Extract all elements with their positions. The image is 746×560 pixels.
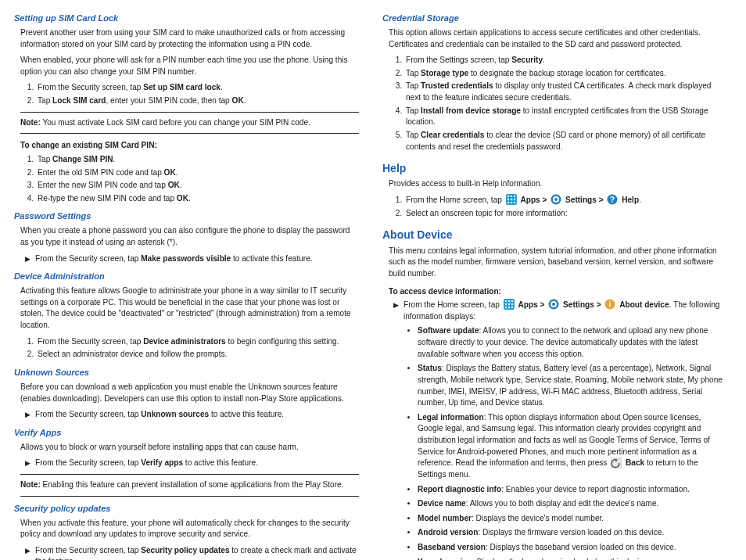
apps-icon	[504, 299, 515, 310]
step: From the Security screen, tap Set up SIM…	[36, 82, 359, 94]
heading-security-policy: Security policy updates	[14, 503, 359, 515]
arrow-step: ▶ From the Security screen, tap Make pas…	[25, 253, 359, 265]
step: Enter the new SIM PIN code and tap OK.	[36, 180, 359, 192]
para: Allows you to block or warn yourself bef…	[20, 442, 359, 454]
steps: From the Security screen, tap Set up SIM…	[25, 82, 359, 106]
gear-icon	[548, 299, 559, 310]
para: Before you can download a web applicatio…	[20, 382, 359, 404]
left-column: Setting up SIM Card Lock Prevent another…	[14, 6, 359, 560]
heading-device-admin: Device Administration	[14, 271, 359, 283]
step: Tap Trusted credentials to display only …	[404, 81, 727, 103]
arrow-icon: ▶	[25, 409, 30, 420]
step: Tap Change SIM PIN.	[36, 154, 359, 166]
step: Enter the old SIM PIN code and tap OK.	[36, 167, 359, 179]
help-icon	[607, 194, 618, 205]
arrow-step: ▶ From the Security screen, tap Security…	[25, 545, 359, 560]
para: Activating this feature allows Google to…	[20, 285, 359, 332]
list-item: Device name: Allows you to both display …	[418, 498, 727, 510]
steps: Tap Change SIM PIN. Enter the old SIM PI…	[25, 154, 359, 205]
note: Note: Enabling this feature can prevent …	[20, 479, 359, 491]
apps-icon	[506, 194, 517, 205]
arrow-icon: ▶	[25, 253, 30, 264]
step: Tap Clear credentials to clear the devic…	[404, 130, 727, 153]
back-icon	[611, 458, 622, 468]
bullet-list: Software update: Allows you to connect t…	[407, 325, 727, 560]
rule	[20, 133, 359, 134]
heading-credential-storage: Credential Storage	[382, 13, 727, 25]
step: From the Security screen, tap Device adm…	[36, 336, 359, 348]
arrow-step: ▶ From the Security screen, tap Unknown …	[25, 409, 359, 421]
list-item: Baseband version: Displays the baseband …	[418, 542, 727, 554]
para: When enabled, your phone will ask for a …	[20, 55, 359, 77]
list-item: Model number: Displays the device's mode…	[418, 513, 727, 525]
heading-help: Help	[382, 160, 727, 176]
step: Tap Lock SIM card, enter your SIM PIN co…	[36, 95, 359, 107]
step: Tap Storage type to designate the backup…	[404, 68, 727, 80]
para: This menu contains legal information, sy…	[389, 246, 727, 280]
step: From the Settings screen, tap Security.	[404, 55, 727, 66]
heading-about-device: About Device	[382, 227, 727, 242]
list-item: Software update: Allows you to connect t…	[418, 325, 727, 360]
list-item: Report diagnostic info: Enables your dev…	[418, 484, 727, 496]
gear-icon	[551, 194, 561, 205]
rule	[20, 496, 359, 497]
right-column: Credential Storage This option allows ce…	[382, 6, 727, 560]
steps: From the Settings screen, tap Security. …	[393, 55, 727, 153]
list-item: Legal information: This option displays …	[418, 412, 727, 481]
rule	[20, 474, 359, 475]
steps: From the Home screen, tap Apps > Setting…	[393, 195, 727, 219]
step: Select an onscreen topic for more inform…	[404, 208, 727, 220]
arrow-step: ▶ From the Security screen, tap Verify a…	[25, 458, 359, 469]
para: When you create a phone password you can…	[20, 225, 359, 248]
heading-verify-apps: Verify Apps	[14, 427, 359, 440]
para: Provides access to built-in Help informa…	[389, 178, 727, 190]
arrow-icon: ▶	[25, 545, 30, 556]
list-item: Status: Displays the Battery status, Bat…	[418, 363, 727, 409]
arrow-step: ▶ From the Home screen, tap Apps > Setti…	[393, 300, 727, 560]
heading-sim-lock: Setting up SIM Card Lock	[14, 13, 359, 25]
para: Prevent another user from using your SIM…	[20, 27, 359, 50]
arrow-icon: ▶	[393, 300, 399, 311]
list-item: Kernel version: Displays the kernel vers…	[418, 557, 727, 560]
subhead-change-pin: To change an existing SIM Card PIN:	[20, 140, 359, 152]
info-icon	[604, 299, 615, 310]
para: This option allows certain applications …	[389, 27, 727, 50]
step: From the Home screen, tap Apps > Setting…	[404, 195, 727, 206]
rule	[20, 112, 359, 113]
para: When you activate this feature, your pho…	[20, 518, 359, 540]
step: Re-type the new SIM PIN code and tap OK.	[36, 193, 359, 205]
steps: From the Security screen, tap Device adm…	[25, 336, 359, 361]
note: Note: You must activate Lock SIM card be…	[20, 117, 359, 129]
heading-password-settings: Password Settings	[14, 210, 359, 223]
list-item: Android version: Displays the firmware v…	[418, 527, 727, 539]
step: Tap Install from device storage to insta…	[404, 106, 727, 128]
step: Select an administrator device and follo…	[36, 349, 359, 361]
arrow-icon: ▶	[25, 458, 30, 468]
subhead-access-device-info: To access device information:	[389, 286, 727, 298]
heading-unknown-sources: Unknown Sources	[14, 367, 359, 379]
